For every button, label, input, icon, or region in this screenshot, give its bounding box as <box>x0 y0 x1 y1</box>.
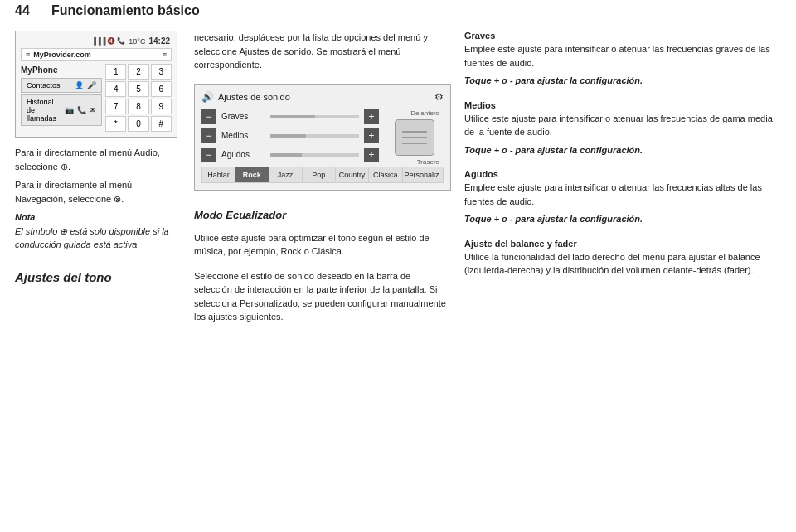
numpad-0[interactable]: 0 <box>128 116 148 132</box>
mode-jazz[interactable]: Jazz <box>269 167 303 182</box>
mid-intro-text: necesario, desplácese por la lista de op… <box>194 31 451 72</box>
graves-plus-btn[interactable]: + <box>364 109 379 124</box>
left-column: ▐▐▐ 🔇 📞 18°C 14:22 ≡ MyProvider.com ≡ My… <box>15 31 181 525</box>
eq-section: − Graves + − Medios <box>201 109 444 167</box>
equalizer-title: Modo Ecualizador <box>194 209 451 221</box>
numpad-5[interactable]: 5 <box>128 81 148 97</box>
phone-name: MyPhone <box>21 64 102 76</box>
phone-icon2: 📷 <box>65 106 74 114</box>
medios-note: Toque + o - para ajustar la configuració… <box>464 143 781 157</box>
mode-clasica[interactable]: Clásica <box>369 167 402 182</box>
call-history-label: Historial de llamadas <box>27 98 61 123</box>
menu-icon: ≡ <box>163 51 167 59</box>
balance-section: Ajuste del balance y fader Utilice la fu… <box>464 239 781 282</box>
provider-name: MyProvider.com <box>33 51 91 59</box>
phone-time: 14:22 <box>148 36 170 46</box>
eq-controls: − Graves + − Medios <box>201 109 379 167</box>
settings-icon: ⚙ <box>434 91 444 103</box>
sound-title-text: Ajustes de sonido <box>218 92 290 102</box>
balance-body: Utilice la funcionalidad del lado derech… <box>464 250 781 278</box>
numpad-hash[interactable]: # <box>151 116 172 132</box>
graves-row: − Graves + <box>201 109 379 124</box>
page-header: 44 Funcionamiento básico <box>0 0 796 22</box>
numpad-1[interactable]: 1 <box>105 64 126 80</box>
agudos-plus-btn[interactable]: + <box>364 148 379 162</box>
mode-rock[interactable]: Rock <box>235 167 269 182</box>
agudos-title: Agudos <box>464 169 781 179</box>
front-label: Delantero <box>410 109 439 117</box>
mode-hablar[interactable]: Hablar <box>202 167 235 182</box>
contacts-label: Contactos <box>27 81 61 89</box>
graves-body: Emplee este ajuste para intensificar o a… <box>464 42 781 70</box>
back-label: Trasero <box>417 158 439 166</box>
numpad-6[interactable]: 6 <box>151 81 172 97</box>
speaker-line-2 <box>402 137 427 138</box>
mode-bar: Hablar Rock Jazz Pop Country Clásica Per… <box>201 167 444 183</box>
graves-minus-btn[interactable]: − <box>201 109 216 124</box>
medios-body: Utilice este ajuste para intensificar o … <box>464 112 781 139</box>
left-text-block: Para ir directamente al menú Audio, sele… <box>15 146 181 257</box>
call-icon: 📞 <box>77 106 86 114</box>
sound-mockup: 🔊 Ajustes de sonido ⚙ − Graves <box>194 84 451 191</box>
contacts-icon: 👤 <box>75 81 84 89</box>
note-body: El símbolo ⊕ está solo disponible si la … <box>15 226 169 250</box>
page-title: Funcionamiento básico <box>41 3 781 18</box>
medios-title: Medios <box>464 100 781 110</box>
numpad-4[interactable]: 4 <box>105 81 126 97</box>
numpad-7[interactable]: 7 <box>105 99 126 114</box>
sound-mockup-header: 🔊 Ajustes de sonido ⚙ <box>201 91 444 103</box>
agudos-slider[interactable] <box>270 153 359 157</box>
phone-status-bar: ▐▐▐ 🔇 📞 18°C 14:22 <box>21 36 172 46</box>
mode-country[interactable]: Country <box>336 167 369 182</box>
phone-numpad: 1 2 3 4 5 6 7 8 9 * 0 # <box>105 64 172 132</box>
phone-icon: 📞 <box>117 37 125 45</box>
mail-icon: ✉ <box>90 106 96 114</box>
speaker-line-1 <box>402 131 427 133</box>
phone-status-icons: ▐▐▐ 🔇 📞 <box>91 37 125 45</box>
medios-slider-fill <box>270 134 306 138</box>
sound-icon: 🔊 <box>201 91 214 103</box>
numpad-8[interactable]: 8 <box>128 99 148 114</box>
left-para2: Para ir directamente al menú Navegación,… <box>15 178 181 206</box>
graves-label: Graves <box>221 112 265 121</box>
page-container: 44 Funcionamiento básico ▐▐▐ 🔇 📞 18°C 14… <box>0 0 796 532</box>
numpad-9[interactable]: 9 <box>151 99 172 114</box>
equalizer-body: Utilice este ajuste para optimizar el to… <box>194 231 451 259</box>
agudos-section: Agudos Emplee este ajuste para intensifi… <box>464 169 781 230</box>
agudos-label: Agudos <box>221 150 265 159</box>
speaker-visual: Delantero Trasero <box>386 109 444 167</box>
numpad-3[interactable]: 3 <box>151 64 172 80</box>
agudos-note: Toque + o - para ajustar la configuració… <box>464 212 781 226</box>
phone-temp: 18°C <box>129 37 145 46</box>
numpad-2[interactable]: 2 <box>128 64 148 80</box>
medios-row: − Medios + <box>201 128 379 143</box>
main-content: ▐▐▐ 🔇 📞 18°C 14:22 ≡ MyProvider.com ≡ My… <box>0 22 796 532</box>
contacts-button[interactable]: Contactos 👤 🎤 <box>21 78 102 93</box>
medios-minus-btn[interactable]: − <box>201 128 216 143</box>
graves-slider-fill <box>270 115 314 118</box>
agudos-minus-btn[interactable]: − <box>201 148 216 162</box>
phone-main: MyPhone Contactos 👤 🎤 Historial de llama… <box>21 64 172 132</box>
phone-mockup: ▐▐▐ 🔇 📞 18°C 14:22 ≡ MyProvider.com ≡ My… <box>15 31 177 138</box>
tab-icon: ≡ <box>26 51 30 59</box>
agudos-row: − Agudos + <box>201 148 379 162</box>
call-history-button[interactable]: Historial de llamadas 📷 📞 ✉ <box>21 94 102 126</box>
medios-plus-btn[interactable]: + <box>364 128 379 143</box>
mode-personaliz[interactable]: Personaliz. <box>403 167 444 182</box>
graves-slider[interactable] <box>270 115 359 118</box>
phone-address-bar: ≡ MyProvider.com ≡ <box>21 48 172 61</box>
balance-title: Ajuste del balance y fader <box>464 239 781 249</box>
graves-title: Graves <box>464 31 781 41</box>
phone-left-panel: MyPhone Contactos 👤 🎤 Historial de llama… <box>21 64 102 132</box>
medios-slider[interactable] <box>270 134 359 138</box>
contacts-mic-icon: 🎤 <box>87 81 96 89</box>
select-body: Seleccione el estilo de sonido deseado e… <box>194 269 451 324</box>
mode-pop[interactable]: Pop <box>303 167 336 182</box>
numpad-star[interactable]: * <box>105 116 126 132</box>
section-title-tone: Ajustes del tono <box>15 270 181 284</box>
page-number: 44 <box>15 3 41 18</box>
speaker-icon-big <box>395 119 434 156</box>
mute-icon: 🔇 <box>107 37 115 45</box>
phone-buttons: Contactos 👤 🎤 Historial de llamadas 📷 📞 … <box>21 78 102 126</box>
medios-label: Medios <box>221 131 265 140</box>
